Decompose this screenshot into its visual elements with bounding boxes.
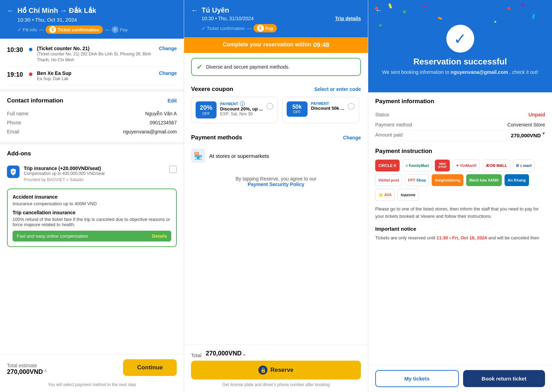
p2-step-pay: 6 Pay [254,24,277,32]
store-ministop: MINISTOP [435,160,449,171]
coupon-type-2: PAYMENT [311,101,344,106]
coupon-card-1[interactable]: 20% OFF PAYMENT i Discount 20%, up ... E… [191,97,278,123]
accident-insurance-title: Accident insurance [13,194,171,200]
book-return-ticket-button[interactable]: Book return ticket [463,370,545,387]
p1-route: Hồ Chí Minh → Đắk Lắk [17,6,96,15]
coupon-desc-2: Discount 50k ... [311,106,344,111]
coupon-title: Vexere coupon [191,86,233,93]
change-departure-btn[interactable]: Change [159,46,177,51]
contact-email-row: Email nguyenvana@gmail.com [7,127,177,136]
total-value: 270,000VND [7,368,43,376]
my-tickets-button[interactable]: My tickets [375,370,459,387]
coupon-list: 20% OFF PAYMENT i Discount 20%, up ... E… [191,97,361,124]
store-thegioidong: thegioididong [432,174,463,186]
coupon-desc-1: Discount 20%, up ... [220,106,263,112]
reserve-button[interactable]: 🔒 Reserve [191,361,361,379]
arrival-location: Ben Xe Ea Sup [37,70,156,76]
accident-insurance-text: Insurance compensation up to 400M VND [13,201,171,206]
ticket-expiry: 11:30 • Fri, Oct 18, 2024 [437,235,487,240]
coupon-badge-2: 50k OFF [287,101,308,117]
total-caret: ^ [44,369,47,375]
change-payment-btn[interactable]: Change [343,135,361,140]
contact-fullname-row: Full name Nguyễn Văn A [7,109,177,118]
store-aeon: ÆON MALL [483,160,510,171]
arrival-address: Ea Sup, Dak Lak [37,76,156,82]
arrival-time: 19:10 [7,70,28,78]
departure-address: (Ticket counter No. 21) 292 Dinh Bo Linh… [37,51,156,63]
payment-security-policy-link[interactable]: Payment Security Policy [248,182,304,187]
amount-paid-value: 270,000VND ˅ [511,132,545,138]
reservation-timer: Complete your reservation within 09:48 [184,37,368,53]
addons-title: Add-ons [7,150,177,157]
store-bachhoaxanh: Bách hóa XANH [466,174,502,186]
p2-passenger-name: Tú Uyên [202,6,229,14]
check-icon: ✓ [454,30,467,48]
coupon-radio-2[interactable] [348,103,355,110]
store-topzone: topzone [398,189,418,201]
cancellation-insurance-text: 100% refund of the ticket fare if the tr… [13,217,171,227]
continue-button[interactable]: Continue [123,359,177,376]
p2-total-value: 270,000VND [206,350,242,357]
insurance-item: Trip insurance (+20.000VND/seat) Compens… [7,162,177,186]
cancellation-insurance-title: Trip cancellation insurance [13,210,171,215]
time-row-departure: 10:30 (Ticket counter No. 21) (Ticket co… [7,42,177,67]
departure-location: (Ticket counter No. 21) [37,46,156,51]
p2-footer-note: Get license plate and driver's phone num… [191,382,361,387]
p2-step-confirmation: ✓ Ticket confirmation [202,25,245,31]
payment-status-row: Status Unpaid [375,110,545,120]
coupon-card-2[interactable]: 50k OFF PAYMENT Discount 50k ... [282,97,359,123]
insurance-detail-box: Accident insurance Insurance compensatio… [7,189,177,247]
back-icon-p2[interactable]: ← [191,6,198,14]
important-notice-text: Tickets are only reserved until 11:30 • … [375,235,545,242]
payment-status-value: Unpaid [529,112,545,117]
back-icon-p3[interactable]: ← [375,6,382,14]
payment-method-row: Payment method Convenient Store [375,120,545,130]
p2-total-caret: ^ [243,353,245,359]
secure-payment-banner: ✔ Diverse and secure payment methods. [191,58,361,76]
back-icon-p1[interactable]: ← [7,7,14,15]
insurance-providers: Provided by BAOVIET × Saladin [24,177,165,182]
edit-contact-btn[interactable]: Edit [168,98,177,103]
change-arrival-btn[interactable]: Change [159,70,177,76]
store-viettel-post: Viettel post [375,174,402,186]
step-pay-p1: 6 Pay [112,26,128,33]
store-payment-icon: 🏪 [191,149,205,163]
coupon-exp-1: EXP: Sat, Nov 30 [220,112,263,116]
payment-instruction-title: Payment instruction [375,148,545,155]
trip-details-link[interactable]: Trip details [335,16,361,21]
success-subtitle: We sent booking information to nguyenvan… [382,69,538,75]
insurance-checkbox[interactable] [169,166,177,173]
insurance-details-link[interactable]: Details [152,233,167,239]
payment-option-label: At stores or supermarkets [209,153,269,159]
amount-caret: ˅ [542,132,545,138]
coupon-radio-1[interactable] [266,103,273,110]
p1-date: 10:30 • Thu, Oct 31, 2024 [17,17,177,23]
coupon-badge-1: 20% OFF [196,101,217,118]
success-title: Reservation successful [413,57,507,67]
payment-instruction-desc: Please go to one of the listed stores, t… [375,206,545,220]
success-check-circle: ✓ [446,25,474,53]
insurance-footer-text: Fast and easy online compensation [17,233,88,239]
store-fpt-shop: FPT Shop [405,174,429,186]
store-logos-grid: CIRCLE K ≡ FamilyMart MINISTOP ✦ VinMart… [375,160,545,201]
coupon-type-1: PAYMENT i [220,101,263,106]
contact-title: Contact information [7,97,63,104]
select-coupon-link[interactable]: Select or enter code [314,86,361,92]
timer-value: 09:48 [313,41,329,49]
insurance-sub: Compensation up to 400,000,000 VND/seat [24,171,165,176]
step-fill-info: ✓ Fill info [17,27,37,32]
important-notice-title: Important notice [375,226,545,232]
store-bsmart: Bsmart [513,160,535,171]
step-ticket-confirmation: 5 Ticket confirmation [46,25,103,34]
p2-total-label: Total [191,353,202,358]
store-familymart: ≡ FamilyMart [402,160,432,171]
store-circle-k: CIRCLE K [375,160,400,171]
payment-method-value: Convenient Store [507,122,545,128]
time-row-arrival: 19:10 Ben Xe Ea Sup Ea Sup, Dak Lak Chan… [7,67,177,86]
store-ankhang: An Khang [505,174,529,186]
store-ava: 🌟 AVA [375,189,395,201]
amount-paid-row: Amount paid 270,000VND ˅ [375,130,545,141]
secure-text: Diverse and secure payment methods. [206,64,290,70]
total-label: Total estimate [7,363,47,368]
footer-note: You will select payment method in the ne… [7,382,177,387]
